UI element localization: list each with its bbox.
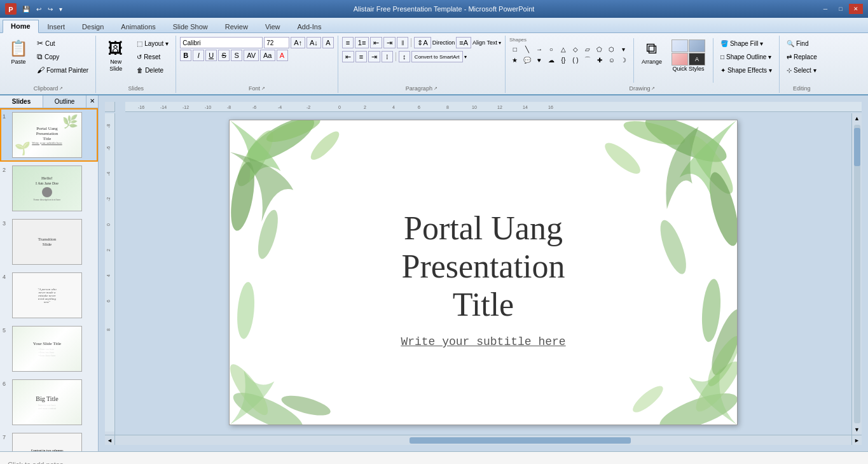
font-expand[interactable]: ↗ [261,86,265,91]
paste-button[interactable]: 📋 Paste [5,37,32,83]
increase-indent-btn[interactable]: ⇥ [383,37,396,48]
decrease-indent-btn[interactable]: ⇤ [370,37,382,48]
notes-area[interactable]: Click to add notes [0,451,868,464]
moon-shape[interactable]: ☽ [618,55,630,65]
shape-fill-button[interactable]: 🪣 Shape Fill ▾ [717,37,775,50]
panel-close-btn[interactable]: ✕ [86,95,98,108]
pentagon-shape[interactable]: ⬠ [594,44,605,54]
italic-btn[interactable]: I [193,50,204,61]
customize-qat-btn[interactable]: ▾ [57,5,64,13]
columns-btn[interactable]: ⫴ [397,37,408,48]
underline-btn[interactable]: U [205,50,217,61]
hexagon-shape[interactable]: ⬡ [606,44,617,54]
scroll-thumb-v[interactable] [854,128,860,166]
parallelogram-shape[interactable]: ▱ [582,44,593,54]
drawing-expand[interactable]: ↗ [651,86,655,91]
redo-qat-btn[interactable]: ↪ [46,5,55,13]
shadow-btn[interactable]: S [231,50,242,61]
save-qat-btn[interactable]: 💾 [20,5,32,13]
callout-shape[interactable]: 💬 [521,55,533,65]
smiley-shape[interactable]: ☺ [606,55,617,65]
decrease-font-btn[interactable]: A↓ [307,37,321,48]
slide-thumb-5[interactable]: 5 Your Slide Title • Item one here• Item… [0,322,98,376]
clear-format-btn[interactable]: A [322,37,334,48]
cut-button[interactable]: ✂ Cut [34,37,92,50]
new-slide-button[interactable]: 🖼 NewSlide [100,37,132,83]
line-spacing-btn[interactable]: ↕ [399,51,410,62]
reset-button[interactable]: ↺ Reset [134,50,172,63]
slide-subtitle[interactable]: Write your subtitle here [401,335,565,348]
format-painter-button[interactable]: 🖌 Format Painter [34,64,92,76]
more-shapes[interactable]: ▾ [618,44,630,54]
shape-effects-dropdown[interactable]: ▾ [769,67,772,74]
scroll-left-btn[interactable]: ◄ [105,435,115,445]
char-spacing-btn[interactable]: AV [244,50,259,61]
close-btn[interactable]: ✕ [849,4,863,14]
brace-shape[interactable]: ( ) [570,55,581,65]
bold-btn[interactable]: B [180,50,191,61]
shape-effects-button[interactable]: ✦ Shape Effects ▾ [717,64,775,76]
tab-slides[interactable]: Slides [0,95,43,108]
tab-outline[interactable]: Outline [43,95,86,108]
clipboard-expand[interactable]: ↗ [59,86,63,91]
paragraph-expand[interactable]: ↗ [434,86,437,91]
center-btn[interactable]: ≡ [355,51,367,62]
rect-shape[interactable]: □ [509,44,521,54]
justify-btn[interactable]: ⫶ [382,51,393,62]
scroll-down-btn[interactable]: ▼ [854,425,860,435]
slide-canvas[interactable]: Portal UangPresentationTitle Write your … [229,120,738,425]
select-button[interactable]: ⊹ Select ▾ [783,64,820,76]
bullets-btn[interactable]: ≡ [342,37,354,48]
align-text-dropdown[interactable]: ▾ [499,40,501,46]
copy-button[interactable]: ⧉ Copy [34,50,92,63]
increase-font-btn[interactable]: A↑ [291,37,305,48]
slide-thumb-4[interactable]: 4 "A person whonever made amistake never… [0,269,98,322]
shape-outline-button[interactable]: □ Shape Outline ▾ [717,50,775,63]
slide-thumb-6[interactable]: 6 Big Title Subtitle text hereand more c… [0,376,98,429]
shape-fill-dropdown[interactable]: ▾ [760,40,763,47]
tab-animations[interactable]: Animations [113,20,163,32]
minimize-btn[interactable]: ─ [818,4,832,14]
oval-shape[interactable]: ○ [546,44,557,54]
convert-dropdown[interactable]: ▾ [464,54,467,60]
slide-thumb-3[interactable]: 3 TransitionSlide [0,215,98,269]
undo-qat-btn[interactable]: ↩ [34,5,43,13]
layout-button[interactable]: ⬚ Layout ▾ [134,37,172,50]
maximize-btn[interactable]: □ [834,4,848,14]
scroll-up-btn[interactable]: ▲ [854,113,860,123]
scroll-thumb-h[interactable] [410,437,630,444]
tab-view[interactable]: View [257,20,289,32]
line-shape[interactable]: ╲ [521,44,533,54]
delete-button[interactable]: 🗑 Delete [134,64,172,76]
diamond-shape[interactable]: ◇ [570,44,581,54]
select-dropdown[interactable]: ▾ [813,67,816,74]
font-name-input[interactable] [180,37,263,48]
scroll-right-btn[interactable]: ► [851,435,862,445]
triangle-shape[interactable]: △ [558,44,569,54]
replace-button[interactable]: ⇄ Replace [783,50,820,63]
layout-dropdown[interactable]: ▾ [165,40,169,47]
tab-addins[interactable]: Add-Ins [289,20,330,32]
heart-shape[interactable]: ♥ [534,55,545,65]
align-text-btn[interactable]: ≡A [456,37,471,48]
quick-styles-button[interactable]: A Quick Styles [668,37,709,83]
tab-review[interactable]: Review [217,20,256,32]
convert-smartart-btn[interactable]: Convert to SmartArt [411,51,463,62]
strikethrough-btn[interactable]: S [218,50,230,61]
slide-thumb-2[interactable]: 2 Hello!I Am Jane Doe Some description t… [0,162,98,215]
tape-shape[interactable]: ⌒ [582,55,593,65]
arrange-button[interactable]: ⧉ Arrange [638,37,666,83]
align-left-btn[interactable]: ⇤ [342,51,354,62]
text-direction-btn[interactable]: ⇕A [414,37,431,48]
tab-home[interactable]: Home [3,20,39,33]
shape-outline-dropdown[interactable]: ▾ [768,53,771,60]
numbering-btn[interactable]: 1≡ [355,37,369,48]
bracket-shape[interactable]: {} [558,55,569,65]
change-case-btn[interactable]: Aa [260,50,275,61]
cross-shape[interactable]: ✚ [594,55,605,65]
tab-design[interactable]: Design [74,20,112,32]
arrow-shape[interactable]: → [534,44,545,54]
slide-main-title[interactable]: Portal UangPresentationTitle [324,209,642,323]
cloud-shape[interactable]: ☁ [546,55,557,65]
tab-insert[interactable]: Insert [39,20,74,32]
